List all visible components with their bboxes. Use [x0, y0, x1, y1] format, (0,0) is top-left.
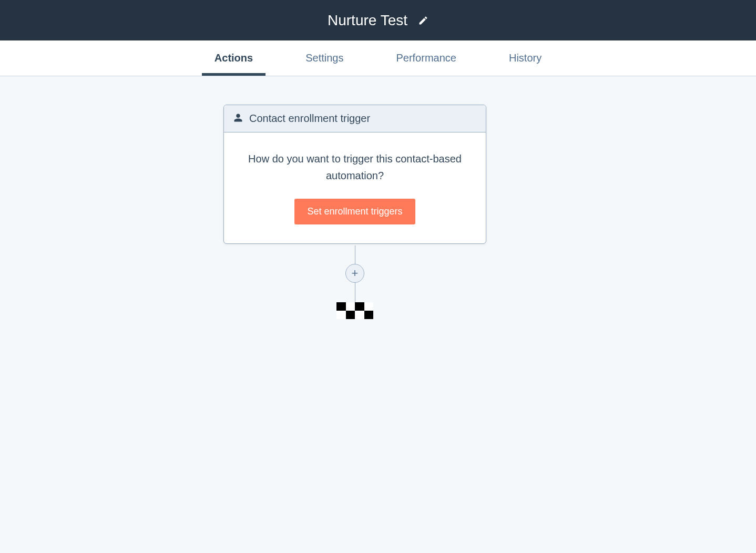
trigger-question: How do you want to trigger this contact-… [243, 150, 467, 184]
enrollment-trigger-card[interactable]: Contact enrollment trigger How do you wa… [223, 105, 486, 244]
pencil-icon [418, 15, 428, 26]
tab-history[interactable]: History [504, 40, 547, 76]
set-enrollment-triggers-button[interactable]: Set enrollment triggers [294, 199, 415, 224]
edit-title-button[interactable] [418, 15, 428, 26]
trigger-card-body: How do you want to trigger this contact-… [224, 132, 486, 243]
workflow-canvas: Contact enrollment trigger How do you wa… [0, 76, 756, 553]
tab-actions[interactable]: Actions [209, 40, 258, 76]
tab-label: Actions [214, 52, 253, 64]
page-title: Nurture Test [328, 12, 407, 29]
contact-icon [233, 113, 243, 125]
header-bar: Nurture Test [0, 0, 756, 40]
plus-icon: + [352, 268, 359, 279]
add-action-button[interactable]: + [345, 264, 364, 283]
tab-performance[interactable]: Performance [391, 40, 462, 76]
tab-settings[interactable]: Settings [300, 40, 349, 76]
tabs-bar: Actions Settings Performance History [0, 40, 756, 76]
finish-flag-icon [336, 302, 373, 319]
tab-label: Performance [396, 52, 456, 64]
trigger-card-header: Contact enrollment trigger [224, 105, 486, 132]
trigger-card-title: Contact enrollment trigger [249, 112, 370, 125]
tab-label: Settings [305, 52, 343, 64]
tab-label: History [509, 52, 542, 64]
